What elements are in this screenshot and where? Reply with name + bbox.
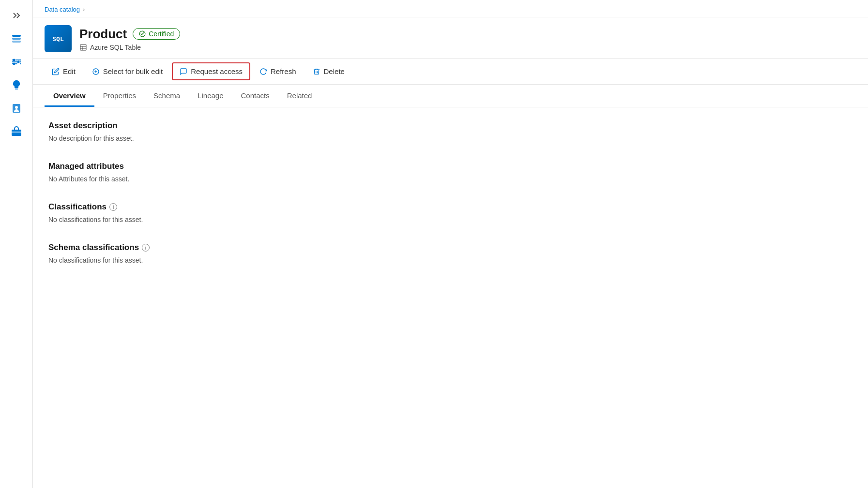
delete-button[interactable]: Delete (305, 63, 352, 80)
asset-title-area: Product Certified Azure SQL Table (79, 27, 180, 51)
asset-header: SQL Product Certified (33, 17, 868, 58)
main-content: Data catalog › SQL Product Certified (33, 0, 868, 488)
toolbar: Edit Select for bulk edit Request access… (33, 58, 868, 85)
edit-label: Edit (63, 67, 76, 75)
asset-subtitle-text: Azure SQL Table (90, 44, 141, 51)
section-title-schema-classifications: Schema classifications i (48, 243, 853, 252)
request-access-icon (180, 68, 187, 75)
asset-icon: SQL (45, 25, 72, 52)
section-body-classifications: No classifications for this asset. (48, 216, 853, 223)
sidebar-item-settings[interactable] (6, 51, 27, 73)
svg-rect-15 (12, 130, 21, 136)
breadcrumb-separator: › (83, 6, 85, 13)
svg-point-14 (15, 106, 18, 109)
request-access-label: Request access (191, 67, 243, 75)
bulk-edit-icon (92, 68, 100, 75)
tab-contacts[interactable]: Contacts (232, 85, 278, 107)
table-icon (79, 44, 87, 51)
svg-rect-1 (12, 38, 21, 40)
section-body-schema-classifications: No classifications for this asset. (48, 256, 853, 264)
tab-schema[interactable]: Schema (145, 85, 189, 107)
section-body-managed-attributes: No Attributes for this asset. (48, 175, 853, 183)
edit-icon (52, 68, 60, 75)
request-access-button[interactable]: Request access (172, 62, 250, 80)
tab-related[interactable]: Related (278, 85, 321, 107)
delete-icon (313, 68, 320, 75)
svg-point-5 (17, 61, 19, 63)
svg-rect-18 (80, 44, 86, 50)
sidebar-item-badge[interactable] (6, 98, 27, 119)
svg-point-3 (13, 59, 15, 61)
breadcrumb-link-data-catalog[interactable]: Data catalog (45, 6, 80, 13)
content-area: Asset description No description for thi… (33, 107, 868, 488)
sidebar-item-insights[interactable] (6, 74, 27, 96)
svg-rect-12 (15, 89, 18, 89)
tab-overview[interactable]: Overview (45, 85, 94, 107)
refresh-button[interactable]: Refresh (252, 63, 304, 80)
section-title-managed-attributes: Managed attributes (48, 162, 853, 171)
tabs: Overview Properties Schema Lineage Conta… (33, 85, 868, 107)
certified-label: Certified (149, 30, 174, 38)
svg-rect-2 (12, 41, 21, 43)
classifications-info-icon[interactable]: i (109, 203, 117, 211)
sidebar-item-briefcase[interactable] (6, 121, 27, 142)
section-classifications: Classifications i No classifications for… (48, 202, 853, 223)
section-title-asset-description: Asset description (48, 121, 853, 131)
edit-button[interactable]: Edit (45, 63, 83, 80)
refresh-icon (259, 68, 267, 75)
delete-label: Delete (324, 67, 345, 75)
breadcrumb: Data catalog › (33, 0, 868, 17)
sidebar-item-database[interactable] (6, 28, 27, 49)
asset-title-row: Product Certified (79, 27, 180, 42)
svg-rect-0 (12, 35, 21, 37)
tab-properties[interactable]: Properties (94, 85, 145, 107)
certified-icon (139, 30, 146, 37)
bulk-edit-button[interactable]: Select for bulk edit (85, 63, 170, 80)
refresh-label: Refresh (271, 67, 296, 75)
section-asset-description: Asset description No description for thi… (48, 121, 853, 142)
asset-title: Product (79, 27, 127, 42)
sidebar-item-expand[interactable] (6, 5, 27, 26)
certified-badge: Certified (133, 28, 180, 40)
bulk-edit-label: Select for bulk edit (103, 67, 163, 75)
tab-lineage[interactable]: Lineage (189, 85, 232, 107)
section-body-asset-description: No description for this asset. (48, 134, 853, 142)
section-managed-attributes: Managed attributes No Attributes for thi… (48, 162, 853, 183)
sidebar (0, 0, 33, 488)
section-title-classifications: Classifications i (48, 202, 853, 212)
section-schema-classifications: Schema classifications i No classificati… (48, 243, 853, 264)
asset-subtitle: Azure SQL Table (79, 44, 180, 51)
asset-icon-text: SQL (52, 36, 63, 42)
schema-classifications-info-icon[interactable]: i (142, 244, 150, 251)
